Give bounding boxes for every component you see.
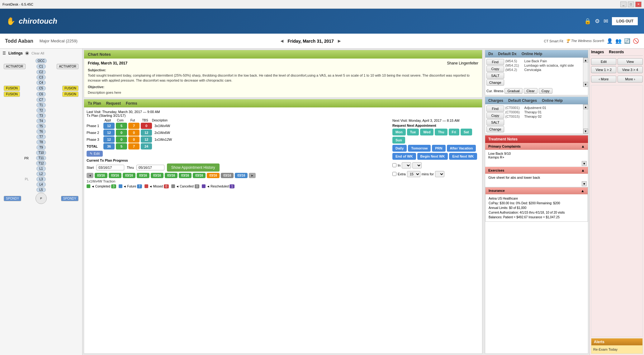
fusion-right-btn1[interactable]: FUSION bbox=[62, 86, 78, 91]
dx-gradual-button[interactable]: Gradual bbox=[504, 88, 522, 94]
show-appointment-history-button[interactable]: Show Appointment History bbox=[167, 163, 220, 172]
thru-date-input[interactable] bbox=[136, 165, 164, 170]
mins-for-select[interactable] bbox=[435, 171, 444, 177]
sched-prn[interactable]: PRN bbox=[432, 145, 445, 152]
spondy-left-btn[interactable]: SPONDY bbox=[4, 196, 21, 201]
sched-end-next-wk[interactable]: End Next WK bbox=[449, 153, 477, 160]
maximize-button[interactable]: □ bbox=[628, 2, 634, 7]
exercises-expand[interactable]: ▲ bbox=[581, 168, 585, 173]
dx-clear-button[interactable]: Clear bbox=[524, 88, 537, 94]
wellness-score-link[interactable]: 🏆 The Wellness Score® bbox=[566, 39, 604, 43]
minimize-button[interactable]: _ bbox=[620, 2, 627, 7]
charges-change-button[interactable]: Change bbox=[486, 126, 504, 132]
hamburger-icon[interactable]: ☰ bbox=[2, 51, 6, 55]
tab-images[interactable]: Images bbox=[591, 50, 604, 54]
extra-checkbox[interactable] bbox=[392, 172, 396, 176]
in-select[interactable] bbox=[402, 162, 411, 168]
appt-date-4[interactable]: 03/16 bbox=[137, 173, 149, 178]
dx-copy-button[interactable]: Copy bbox=[486, 66, 504, 72]
tab-dx[interactable]: Dx bbox=[488, 52, 493, 56]
start-date-input[interactable] bbox=[96, 165, 124, 170]
appt-date-11[interactable]: 03/16 bbox=[235, 173, 248, 178]
tab-forms[interactable]: Forms bbox=[126, 101, 137, 106]
sched-daily[interactable]: Daily bbox=[392, 145, 407, 152]
primary-scroll-down[interactable]: ▼ bbox=[582, 161, 587, 166]
mail-icon[interactable]: ✉ bbox=[604, 18, 608, 25]
appt-nav-next[interactable]: ► bbox=[249, 173, 256, 178]
tab-default-dx[interactable]: Default Dx bbox=[498, 52, 516, 56]
images-view12-button[interactable]: View 1 > 2 bbox=[591, 66, 616, 73]
primary-complaints-expand[interactable]: ▲ bbox=[581, 144, 585, 149]
charges-scroll-up[interactable]: ▲ bbox=[583, 104, 588, 109]
tab-default-charges[interactable]: Default Charges bbox=[508, 98, 537, 103]
appt-date-8[interactable]: 03/16 bbox=[193, 173, 206, 178]
remove-icon[interactable]: 🚫 bbox=[633, 38, 639, 44]
sched-tue[interactable]: Tue bbox=[407, 129, 419, 135]
appt-nav-prev[interactable]: ◄ bbox=[87, 173, 93, 178]
smart-fit-btn[interactable]: 🔒 bbox=[584, 18, 591, 25]
clear-all-label[interactable]: Clear All bbox=[31, 51, 44, 55]
patient-profile-icon[interactable]: 👤 bbox=[607, 38, 613, 44]
settings-icon[interactable]: ⚙ bbox=[595, 18, 600, 25]
dx-scroll-down[interactable]: ▼ bbox=[583, 82, 588, 87]
fusion-left-btn1[interactable]: FUSION bbox=[4, 86, 20, 91]
family-icon[interactable]: 👥 bbox=[615, 38, 622, 44]
appt-date-2[interactable]: 03/16 bbox=[109, 173, 121, 178]
charges-find-button[interactable]: Find bbox=[486, 106, 504, 112]
activator-right-btn[interactable]: ACTIVATOR bbox=[57, 64, 78, 69]
insurance-expand[interactable]: ▲ bbox=[581, 189, 585, 193]
next-date-button[interactable]: ► bbox=[337, 38, 342, 44]
spondy-right-btn[interactable]: SPONDY bbox=[61, 196, 78, 201]
logout-button[interactable]: LOG OUT bbox=[612, 17, 638, 25]
transfer-icon[interactable]: 🔄 bbox=[624, 38, 630, 44]
prev-date-button[interactable]: ◄ bbox=[280, 38, 285, 44]
dx-change-button[interactable]: Change bbox=[486, 79, 504, 86]
edit-tx-plan-button[interactable]: ✎ Edit bbox=[87, 151, 103, 157]
sched-wed[interactable]: Wed bbox=[420, 129, 433, 135]
sched-begin-next-wk[interactable]: Begin Next WK bbox=[417, 153, 448, 160]
dx-scroll-up[interactable]: ▲ bbox=[583, 58, 588, 63]
appt-date-5[interactable]: 03/16 bbox=[151, 173, 163, 178]
charges-scroll-down[interactable]: ▼ bbox=[583, 129, 588, 134]
sched-thu[interactable]: Thu bbox=[435, 129, 447, 135]
sched-mon[interactable]: Mon bbox=[392, 129, 406, 135]
in-checkbox[interactable] bbox=[392, 163, 396, 167]
sched-after-vacation[interactable]: After Vacation bbox=[447, 145, 476, 152]
tab-online-help-dx[interactable]: Online Help bbox=[522, 52, 542, 56]
appt-date-3[interactable]: 03/16 bbox=[123, 173, 135, 178]
appt-date-6[interactable]: 03/16 bbox=[165, 173, 178, 178]
images-more-right-button[interactable]: More › bbox=[618, 76, 643, 83]
tab-request[interactable]: Request bbox=[106, 101, 121, 106]
dx-salt-button[interactable]: SALT bbox=[486, 73, 504, 79]
appt-date-1[interactable]: 03/16 bbox=[95, 173, 107, 178]
activator-left-btn[interactable]: ACTIVATOR bbox=[4, 64, 26, 69]
sched-sat[interactable]: Sat bbox=[461, 129, 472, 135]
tab-charges[interactable]: Charges bbox=[488, 98, 503, 103]
tab-records[interactable]: Records bbox=[609, 50, 624, 54]
charges-salt-button[interactable]: SALT bbox=[486, 119, 504, 125]
fusion-left-btn2[interactable]: FUSION bbox=[4, 92, 20, 97]
sched-tomorrow[interactable]: Tomorrow bbox=[408, 145, 431, 152]
appt-date-9[interactable]: 03/16 bbox=[207, 173, 220, 178]
fusion-right-btn2[interactable]: FUSION bbox=[62, 92, 78, 97]
dx-find-button[interactable]: Find bbox=[486, 59, 504, 65]
images-more-left-button[interactable]: ‹ More bbox=[591, 76, 616, 83]
images-view-button[interactable]: View bbox=[618, 58, 643, 65]
tab-online-help-charges[interactable]: Online Help bbox=[542, 98, 563, 103]
ct-smartfit-link[interactable]: CT Smart Fit bbox=[544, 39, 563, 43]
clear-all-icon[interactable]: ● bbox=[25, 51, 29, 55]
images-view34-button[interactable]: View 3 > 4 bbox=[618, 66, 643, 73]
sched-end-wk[interactable]: End of WK bbox=[392, 153, 416, 160]
images-edit-button[interactable]: Edit bbox=[591, 58, 616, 65]
sched-sun[interactable]: Sun bbox=[392, 137, 405, 144]
sched-fri[interactable]: Fri bbox=[449, 129, 459, 135]
mins-select[interactable]: 15 bbox=[407, 171, 420, 177]
exercises-scroll-down[interactable]: ▼ bbox=[582, 181, 587, 186]
close-button[interactable]: ✕ bbox=[635, 2, 642, 7]
tab-tx-plan[interactable]: Tx Plan bbox=[88, 101, 101, 106]
dx-copy-illness-button[interactable]: Copy bbox=[539, 88, 552, 94]
charges-copy-button[interactable]: Copy bbox=[486, 112, 504, 119]
appt-date-7[interactable]: 03/16 bbox=[179, 173, 192, 178]
in-select2[interactable] bbox=[412, 162, 422, 168]
appt-date-10[interactable]: 03/16 bbox=[221, 173, 234, 178]
